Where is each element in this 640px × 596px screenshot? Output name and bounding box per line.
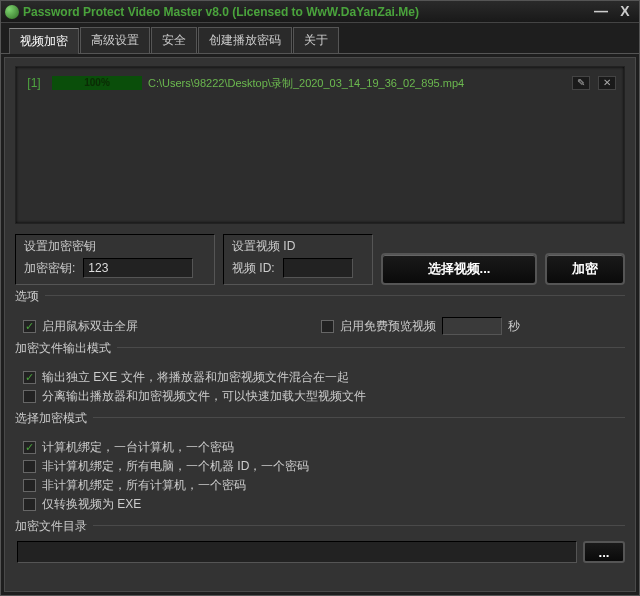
tab-advanced[interactable]: 高级设置 [80,27,150,53]
dblclick-checkbox[interactable]: ✓ [23,320,36,333]
edit-file-icon[interactable]: ✎ [572,76,590,90]
output-mode-exe-label: 输出独立 EXE 文件，将播放器和加密视频文件混合在一起 [42,369,349,386]
preview-checkbox[interactable] [321,320,334,333]
options-section: 选项 ✓ 启用鼠标双击全屏 启用免费预览视频 秒 [15,295,625,337]
tab-video-encrypt[interactable]: 视频加密 [9,28,79,54]
close-window-button[interactable]: X [615,4,635,20]
output-dir-input[interactable] [17,541,577,563]
tab-security[interactable]: 安全 [151,27,197,53]
file-path: C:\Users\98222\Desktop\录制_2020_03_14_19_… [148,76,566,91]
output-dir-title: 加密文件目录 [15,518,93,535]
minimize-button[interactable]: — [591,4,611,20]
encrypt-mode-title: 选择加密模式 [15,410,93,427]
browse-button[interactable]: ... [583,541,625,563]
dblclick-label: 启用鼠标双击全屏 [42,318,138,335]
app-icon [5,5,19,19]
encrypt-mode-2-checkbox[interactable] [23,479,36,492]
video-id-title: 设置视频 ID [232,238,295,255]
output-mode-split-label: 分离输出播放器和加密视频文件，可以快速加载大型视频文件 [42,388,366,405]
encrypt-key-label: 加密密钥: [24,260,75,277]
remove-file-icon[interactable]: ✕ [598,76,616,90]
select-video-button[interactable]: 选择视频... [381,253,537,285]
progress-text: 100% [52,76,142,90]
video-id-input[interactable] [283,258,353,278]
encrypt-mode-1-checkbox[interactable] [23,460,36,473]
tab-about[interactable]: 关于 [293,27,339,53]
encrypt-mode-0-checkbox[interactable]: ✓ [23,441,36,454]
tab-content: [1] 100% C:\Users\98222\Desktop\录制_2020_… [4,57,636,592]
encrypt-mode-3-label: 仅转换视频为 EXE [42,496,141,513]
encrypt-key-title: 设置加密密钥 [24,238,96,255]
options-title: 选项 [15,288,45,305]
preview-seconds-suffix: 秒 [508,318,520,335]
preview-label: 启用免费预览视频 [340,318,436,335]
output-mode-split-checkbox[interactable] [23,390,36,403]
file-list: [1] 100% C:\Users\98222\Desktop\录制_2020_… [15,66,625,224]
window-title: Password Protect Video Master v8.0 (Lice… [23,5,419,19]
encrypt-key-group: 设置加密密钥 加密密钥: [15,234,215,285]
encrypt-key-input[interactable] [83,258,193,278]
tab-create-password[interactable]: 创建播放密码 [198,27,292,53]
encrypt-mode-1-label: 非计算机绑定，所有电脑，一个机器 ID，一个密码 [42,458,309,475]
encrypt-mode-2-label: 非计算机绑定，所有计算机，一个密码 [42,477,246,494]
encrypt-mode-3-checkbox[interactable] [23,498,36,511]
preview-seconds-input[interactable] [442,317,502,335]
tab-strip: 视频加密 高级设置 安全 创建播放密码 关于 [1,23,639,54]
progress-bar: 100% [52,76,142,90]
output-mode-exe-checkbox[interactable]: ✓ [23,371,36,384]
video-id-label: 视频 ID: [232,260,275,277]
output-mode-title: 加密文件输出模式 [15,340,117,357]
encrypt-mode-0-label: 计算机绑定，一台计算机，一个密码 [42,439,234,456]
encrypt-button[interactable]: 加密 [545,253,625,285]
file-index: [1] [22,76,46,90]
video-id-group: 设置视频 ID 视频 ID: [223,234,373,285]
encrypt-mode-section: 选择加密模式 ✓ 计算机绑定，一台计算机，一个密码 非计算机绑定，所有电脑，一个… [15,417,625,515]
app-window: Password Protect Video Master v8.0 (Lice… [0,0,640,596]
output-mode-section: 加密文件输出模式 ✓ 输出独立 EXE 文件，将播放器和加密视频文件混合在一起 … [15,347,625,407]
title-bar[interactable]: Password Protect Video Master v8.0 (Lice… [1,1,639,23]
file-row[interactable]: [1] 100% C:\Users\98222\Desktop\录制_2020_… [22,73,618,93]
output-dir-section: 加密文件目录 ... [15,525,625,563]
